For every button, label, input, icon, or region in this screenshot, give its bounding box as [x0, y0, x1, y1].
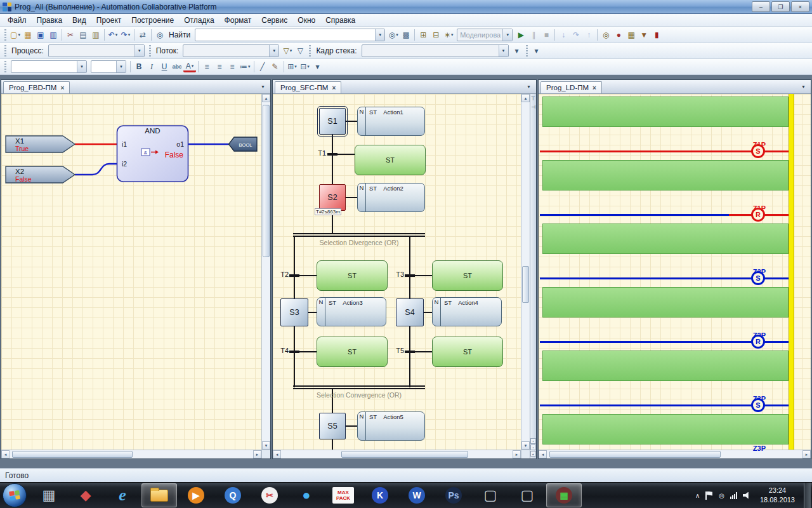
copy-icon[interactable]: ▤ [77, 29, 89, 41]
watch-icon[interactable]: ◎ [599, 29, 612, 41]
stack-frame-combo-dropdown-icon[interactable]: ▾ [499, 45, 508, 57]
toolbar-grip[interactable] [4, 29, 6, 41]
action-center-flag-icon[interactable] [705, 491, 713, 500]
align-left-icon[interactable]: ≡ [200, 60, 213, 73]
step-into-icon[interactable]: ↓ [557, 29, 570, 41]
ld-coil-reset[interactable]: R [751, 208, 765, 222]
simulation-combo-dropdown-icon[interactable]: ▾ [502, 29, 512, 41]
run-icon[interactable]: ▶ [514, 29, 527, 41]
scroll-down-icon[interactable] [521, 441, 530, 450]
network-icon[interactable] [730, 492, 737, 499]
stack-frame-combo[interactable]: ▾ [362, 44, 509, 57]
taskbar-orb-app[interactable]: ● [289, 483, 324, 507]
titlebar[interactable]: Prog_All (Выполнение) - Automation Colla… [0, 0, 812, 14]
tab-prog-sfc[interactable]: Prog_SFC-ПМ × [275, 81, 341, 93]
sfc-action-block[interactable]: N STAction5 [357, 411, 425, 441]
tab-list-dropdown-icon[interactable]: ▼ [258, 84, 268, 89]
toolbar-overflow-icon[interactable]: ▾ [530, 44, 543, 57]
strikethrough-icon[interactable]: abc [171, 60, 183, 73]
scroll-right-icon[interactable] [513, 450, 521, 458]
font-color-icon[interactable]: A▾ [183, 61, 196, 72]
undo-icon[interactable]: ↶▾ [107, 29, 119, 41]
sfc-action-block[interactable]: N STAction1 [357, 107, 425, 136]
breakpoint-icon[interactable]: ● [612, 29, 625, 41]
split-view-icon[interactable]: ▫ [530, 438, 536, 444]
toolbar-grip[interactable] [526, 45, 528, 57]
fbd-canvas[interactable]: X1 True X2 False AND i1 i2 o1 False & BO [1, 94, 270, 458]
volume-icon[interactable] [743, 492, 751, 499]
minimize-button[interactable]: – [752, 1, 770, 12]
menu-edit[interactable]: Правка [32, 15, 68, 26]
font-family-combo[interactable]: ▾ [11, 60, 87, 73]
underline-icon[interactable]: U [158, 60, 171, 73]
find-combo-dropdown-icon[interactable]: ▾ [375, 29, 384, 41]
taskbar-app-red[interactable]: ◆ [68, 483, 103, 507]
new-file-icon[interactable]: ▢▾ [9, 29, 22, 41]
sfc-st-condition-block[interactable]: ST [432, 337, 503, 367]
sfc-transition-tick[interactable] [327, 153, 337, 156]
scroll-up-icon[interactable] [262, 94, 270, 102]
font-size-combo-dropdown-icon[interactable]: ▾ [116, 61, 126, 72]
tab-prog-fbd[interactable]: Prog_FBD-ПМ × [3, 81, 70, 93]
tray-update-icon[interactable]: ◎ [719, 492, 724, 499]
sfc-step-active[interactable]: S2 [319, 184, 346, 211]
taskbar-app-grid[interactable]: ▦ [31, 483, 67, 507]
pin-icon[interactable]: ⊣ [531, 104, 535, 112]
tab-list-dropdown-icon[interactable]: ▼ [798, 84, 809, 89]
sfc-step[interactable]: S3 [280, 298, 308, 326]
toolbar-grip[interactable] [309, 45, 311, 57]
scroll-left-icon[interactable] [1, 450, 10, 458]
bold-icon[interactable]: B [133, 60, 145, 73]
tray-expand-icon[interactable]: ∧ [695, 492, 700, 499]
sfc-st-condition-block[interactable]: ST [317, 260, 388, 291]
ld-canvas[interactable]: Z1PSZ1PRZ2PSZ2PRZ3PSZ3P [539, 94, 811, 458]
close-button[interactable]: × [791, 1, 809, 12]
scroll-down-icon[interactable] [262, 441, 270, 450]
ld-coil-set[interactable]: S [751, 271, 765, 285]
taskbar-media-player[interactable]: ▶ [178, 483, 214, 507]
split-view-icon[interactable]: ▫ [530, 444, 536, 450]
font-size-combo[interactable]: ▾ [91, 60, 126, 73]
sfc-step[interactable]: S5 [319, 413, 346, 439]
italic-icon[interactable]: I [145, 60, 158, 73]
tab-prog-ld[interactable]: Prog_LD-ПМ × [540, 81, 602, 93]
align-center-icon[interactable]: ≡ [213, 60, 226, 73]
taskbar-clock[interactable]: 23:24 18.08.2013 [760, 486, 795, 505]
taskbar-app-window-1[interactable]: ▢ [473, 483, 508, 507]
step-out-icon[interactable]: ↑ [582, 29, 595, 41]
taskbar-maxpack[interactable]: MAXPACK [325, 483, 361, 507]
tab-close-icon[interactable]: × [60, 84, 64, 91]
scroll-right-icon[interactable] [802, 450, 811, 458]
font-family-combo-dropdown-icon[interactable]: ▾ [77, 61, 86, 72]
save-icon[interactable]: ▣ [34, 29, 47, 41]
fbd-horizontal-scrollbar[interactable] [1, 450, 261, 458]
taskbar-app-window-2[interactable]: ▢ [509, 483, 545, 507]
menu-build[interactable]: Построение [126, 15, 179, 26]
pin-icon[interactable]: ⊤ [531, 95, 535, 104]
menu-debug[interactable]: Отладка [179, 15, 219, 26]
draw-connector-icon[interactable]: ✎ [269, 60, 282, 73]
taskbar-kmplayer[interactable]: K [362, 483, 398, 507]
tab-close-icon[interactable]: × [332, 84, 336, 91]
sfc-step[interactable]: S4 [396, 298, 424, 326]
taskbar-snipping[interactable]: ✂ [252, 483, 287, 507]
toolbar-overflow-icon[interactable]: ▾ [311, 60, 324, 73]
thread-combo[interactable]: ▾ [183, 44, 279, 57]
sfc-st-condition-block[interactable]: ST [355, 145, 426, 175]
build-icon[interactable]: ⊞ [417, 29, 429, 41]
draw-line-icon[interactable]: ╱ [256, 60, 269, 73]
process-combo-dropdown-icon[interactable]: ▾ [134, 45, 144, 57]
toolbar-grip[interactable] [149, 45, 151, 57]
find-icon[interactable]: ◎ [154, 29, 166, 41]
process-combo[interactable]: ▾ [48, 44, 145, 57]
taskbar-acp-running[interactable]: ▦ [546, 483, 582, 507]
taskbar-photoshop[interactable]: Ps [436, 483, 471, 507]
menu-view[interactable]: Вид [67, 15, 91, 26]
sfc-action-block[interactable]: N STAction2 [357, 183, 425, 212]
start-button[interactable] [3, 483, 27, 507]
scroll-left-icon[interactable] [273, 450, 281, 458]
find-next-icon[interactable]: ◎▾ [387, 29, 400, 41]
menu-file[interactable]: Файл [3, 15, 32, 26]
paste-icon[interactable]: ▥ [89, 29, 102, 41]
taskbar-word[interactable]: W [399, 483, 435, 507]
